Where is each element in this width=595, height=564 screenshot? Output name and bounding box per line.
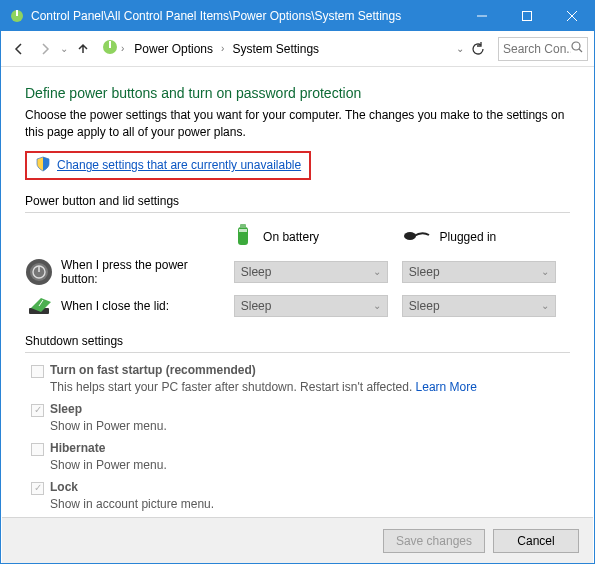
plugged-in-column: Plugged in bbox=[402, 227, 570, 248]
check-icon: ✓ bbox=[34, 483, 42, 493]
chevron-right-icon[interactable]: › bbox=[121, 43, 124, 54]
page-subtext: Choose the power settings that you want … bbox=[25, 107, 570, 141]
fast-startup-checkbox[interactable] bbox=[31, 365, 44, 378]
sleep-option: ✓ Sleep bbox=[31, 402, 570, 417]
close-lid-plugged-dropdown[interactable]: Sleep⌄ bbox=[402, 295, 556, 317]
save-changes-button[interactable]: Save changes bbox=[383, 529, 485, 553]
hibernate-desc: Show in Power menu. bbox=[50, 458, 570, 472]
power-button-icon bbox=[25, 258, 53, 286]
shutdown-settings-group: Shutdown settings Turn on fast startup (… bbox=[25, 334, 570, 511]
svg-line-9 bbox=[579, 49, 582, 52]
power-button-plugged-dropdown[interactable]: Sleep⌄ bbox=[402, 261, 556, 283]
svg-rect-1 bbox=[16, 10, 18, 16]
page-heading: Define power buttons and turn on passwor… bbox=[25, 85, 570, 101]
laptop-lid-icon bbox=[25, 292, 53, 320]
dropdown-value: Sleep bbox=[241, 299, 272, 313]
chevron-down-icon[interactable]: ⌄ bbox=[456, 43, 464, 54]
chevron-down-icon: ⌄ bbox=[541, 300, 549, 311]
search-input[interactable] bbox=[503, 42, 571, 56]
back-button[interactable] bbox=[7, 37, 31, 61]
lock-checkbox[interactable]: ✓ bbox=[31, 482, 44, 495]
group-title: Shutdown settings bbox=[25, 334, 570, 348]
svg-rect-3 bbox=[522, 12, 531, 21]
sleep-checkbox[interactable]: ✓ bbox=[31, 404, 44, 417]
cancel-button[interactable]: Cancel bbox=[493, 529, 579, 553]
close-lid-label: When I close the lid: bbox=[61, 299, 169, 313]
svg-rect-11 bbox=[240, 224, 246, 228]
forward-button[interactable] bbox=[33, 37, 57, 61]
breadcrumb: Power Options › System Settings bbox=[126, 40, 454, 58]
plugged-in-label: Plugged in bbox=[440, 230, 497, 244]
search-box[interactable] bbox=[498, 37, 588, 61]
hibernate-label: Hibernate bbox=[50, 441, 105, 455]
lock-label: Lock bbox=[50, 480, 78, 494]
lock-desc: Show in account picture menu. bbox=[50, 497, 570, 511]
power-button-row: When I press the power button: Sleep⌄ Sl… bbox=[25, 258, 570, 286]
fast-startup-option: Turn on fast startup (recommended) bbox=[31, 363, 570, 378]
dropdown-value: Sleep bbox=[409, 265, 440, 279]
shield-icon bbox=[35, 156, 51, 175]
close-lid-row: When I close the lid: Sleep⌄ Sleep⌄ bbox=[25, 292, 570, 320]
learn-more-link[interactable]: Learn More bbox=[416, 380, 477, 394]
sleep-label: Sleep bbox=[50, 402, 82, 416]
columns-header: On battery Plugged in bbox=[25, 223, 570, 252]
svg-rect-7 bbox=[109, 41, 111, 48]
divider bbox=[25, 352, 570, 353]
address-icon bbox=[101, 38, 119, 59]
power-button-label: When I press the power button: bbox=[61, 258, 211, 286]
chevron-down-icon: ⌄ bbox=[373, 266, 381, 277]
group-title: Power button and lid settings bbox=[25, 194, 570, 208]
breadcrumb-item-power-options[interactable]: Power Options bbox=[130, 40, 217, 58]
on-battery-column: On battery bbox=[233, 223, 401, 252]
chevron-down-icon: ⌄ bbox=[541, 266, 549, 277]
hibernate-option: Hibernate bbox=[31, 441, 570, 456]
breadcrumb-item-system-settings[interactable]: System Settings bbox=[228, 40, 323, 58]
chevron-down-icon: ⌄ bbox=[373, 300, 381, 311]
fast-startup-desc-text: This helps start your PC faster after sh… bbox=[50, 380, 416, 394]
on-battery-label: On battery bbox=[263, 230, 319, 244]
hibernate-checkbox[interactable] bbox=[31, 443, 44, 456]
battery-icon bbox=[233, 223, 253, 252]
up-button[interactable] bbox=[71, 37, 95, 61]
divider bbox=[25, 212, 570, 213]
check-icon: ✓ bbox=[34, 405, 42, 415]
change-settings-link[interactable]: Change settings that are currently unava… bbox=[57, 158, 301, 172]
fast-startup-desc: This helps start your PC faster after sh… bbox=[50, 380, 570, 394]
dropdown-value: Sleep bbox=[241, 265, 272, 279]
power-button-lid-group: Power button and lid settings On battery… bbox=[25, 194, 570, 320]
change-settings-highlight: Change settings that are currently unava… bbox=[25, 151, 311, 180]
lock-option: ✓ Lock bbox=[31, 480, 570, 495]
footer-bar: Save changes Cancel bbox=[2, 517, 593, 563]
svg-rect-12 bbox=[239, 229, 247, 232]
search-icon[interactable] bbox=[571, 41, 583, 56]
minimize-button[interactable] bbox=[459, 1, 504, 31]
window-titlebar: Control Panel\All Control Panel Items\Po… bbox=[1, 1, 594, 31]
svg-point-8 bbox=[572, 42, 580, 50]
refresh-button[interactable] bbox=[466, 37, 490, 61]
power-button-battery-dropdown[interactable]: Sleep⌄ bbox=[234, 261, 388, 283]
plug-icon bbox=[402, 227, 430, 248]
window-title: Control Panel\All Control Panel Items\Po… bbox=[31, 9, 459, 23]
close-button[interactable] bbox=[549, 1, 594, 31]
content-area: Define power buttons and turn on passwor… bbox=[1, 67, 594, 511]
dropdown-value: Sleep bbox=[409, 299, 440, 313]
fast-startup-label: Turn on fast startup (recommended) bbox=[50, 363, 256, 377]
chevron-right-icon[interactable]: › bbox=[221, 43, 224, 54]
power-options-icon bbox=[9, 8, 25, 24]
navigation-bar: ⌄ › Power Options › System Settings ⌄ bbox=[1, 31, 594, 67]
sleep-desc: Show in Power menu. bbox=[50, 419, 570, 433]
history-dropdown[interactable]: ⌄ bbox=[59, 43, 69, 54]
maximize-button[interactable] bbox=[504, 1, 549, 31]
close-lid-battery-dropdown[interactable]: Sleep⌄ bbox=[234, 295, 388, 317]
